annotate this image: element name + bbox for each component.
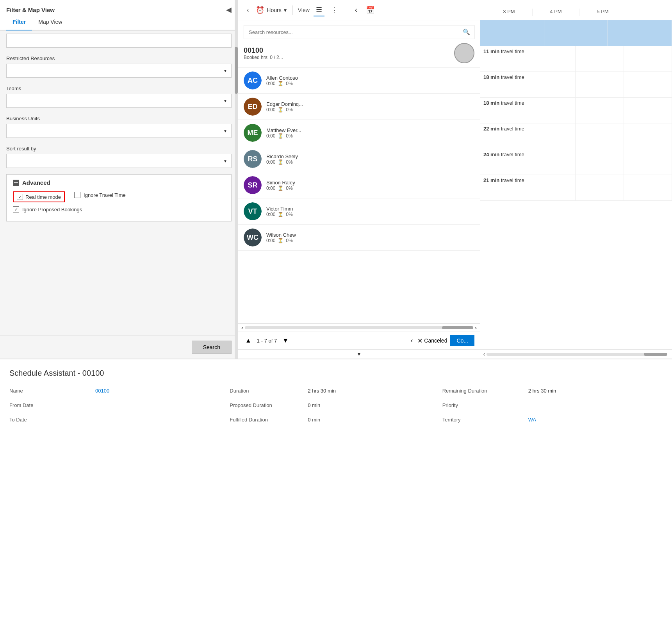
resource-time: 0:00 xyxy=(266,238,275,243)
calendar-cell[interactable] xyxy=(480,20,544,46)
resource-photo: ME xyxy=(244,124,262,142)
restricted-resources-section: Restricted Resources ▼ xyxy=(6,55,232,78)
filter-panel: Filter & Map View ◀ Filter Map View Rest… xyxy=(0,0,238,359)
top-filter-input[interactable] xyxy=(6,34,232,48)
calendar-cell[interactable] xyxy=(624,72,672,97)
from-date-label: From Date xyxy=(9,400,95,411)
hours-dropdown-arrow[interactable]: ▾ xyxy=(284,7,287,13)
book-button[interactable]: Co... xyxy=(450,335,474,346)
resource-sub: 0:00 ⏳ 0% xyxy=(266,133,301,139)
tab-map-view[interactable]: Map View xyxy=(32,14,68,30)
prev-nav-button[interactable]: ‹ xyxy=(244,5,252,15)
scrollbar-track[interactable] xyxy=(235,0,238,359)
duration-label: Duration xyxy=(230,386,308,396)
business-units-dropdown[interactable]: ▼ xyxy=(6,124,232,138)
resource-info: Allen Contoso 0:00 ⏳ 0% xyxy=(266,75,298,86)
real-time-mode-checkbox-group[interactable]: Real time mode xyxy=(13,191,65,202)
calendar-cell[interactable] xyxy=(624,149,672,175)
calendar-cell[interactable] xyxy=(544,20,608,46)
avatar: RS xyxy=(244,150,262,168)
calendar-cell[interactable] xyxy=(576,175,624,200)
from-date-value xyxy=(95,400,230,411)
panel-title: Filter & Map View xyxy=(6,7,55,13)
scroll-right-button[interactable]: › xyxy=(475,325,477,331)
name-label: Name xyxy=(9,386,95,396)
list-item[interactable]: SR Simon Raley 0:00 ⏳ 0% xyxy=(238,172,480,198)
cal-scroll-track[interactable] xyxy=(487,353,667,356)
calendar-cell[interactable] xyxy=(624,123,672,149)
territory-value[interactable]: WA xyxy=(528,414,663,425)
column-view-button[interactable]: ⋮ xyxy=(328,4,340,16)
remaining-duration-value: 2 hrs 30 min xyxy=(528,386,663,396)
calendar-row xyxy=(480,20,672,46)
expand-arrow[interactable]: ▼ xyxy=(238,349,480,359)
calendar-cell[interactable] xyxy=(576,46,624,71)
fulfilled-duration-label: Fulfilled Duration xyxy=(230,414,308,425)
resource-percent: 0% xyxy=(286,238,292,243)
list-view-button[interactable]: ☰ xyxy=(314,4,324,16)
resource-name: Victor Timm xyxy=(266,206,293,212)
list-item[interactable]: ME Matthew Ever... 0:00 ⏳ 0% xyxy=(238,120,480,146)
calendar-cell[interactable] xyxy=(624,46,672,71)
real-time-mode-checkbox[interactable] xyxy=(17,194,23,200)
avatar: VT xyxy=(244,202,262,220)
ignore-travel-checkbox[interactable] xyxy=(74,192,80,198)
teams-dropdown[interactable]: ▼ xyxy=(6,94,232,108)
collapse-panel-button[interactable]: ◀ xyxy=(226,5,232,14)
calendar-cell[interactable] xyxy=(528,98,576,123)
calendar-cell[interactable] xyxy=(528,149,576,175)
list-item[interactable]: VT Victor Timm 0:00 ⏳ 0% xyxy=(238,198,480,225)
restricted-resources-dropdown[interactable]: ▼ xyxy=(6,64,232,78)
grid-view-button[interactable]: ⁢ xyxy=(344,4,349,16)
collapse-button[interactable]: ‹ xyxy=(353,4,360,16)
name-value[interactable]: 00100 xyxy=(95,386,230,396)
sort-dropdown[interactable]: ▼ xyxy=(6,154,232,168)
footer-nav-left[interactable]: ‹ xyxy=(409,336,414,346)
filter-content: Restricted Resources ▼ Teams ▼ Business … xyxy=(0,30,238,336)
cal-scroll-left[interactable]: ‹ xyxy=(483,351,485,357)
proposed-duration-value: 0 min xyxy=(308,400,442,411)
calendar-cell[interactable] xyxy=(528,46,576,71)
scrollbar-thumb[interactable] xyxy=(235,47,238,94)
list-item[interactable]: WC Wilson Chew 0:00 ⏳ 0% xyxy=(238,225,480,251)
collapse-icon[interactable] xyxy=(13,180,19,186)
calendar-panel: 3 PM4 PM5 PM 11 min travel time18 min tr… xyxy=(480,0,672,359)
page-down-button[interactable]: ▼ xyxy=(281,336,290,346)
advanced-label: Advanced xyxy=(22,179,50,186)
clock-icon: ⏳ xyxy=(278,238,283,243)
clock-icon: ⏰ xyxy=(256,6,264,14)
travel-time-value: 24 min xyxy=(483,152,499,157)
search-submit-button[interactable]: 🔍 xyxy=(459,25,474,39)
calendar-cell[interactable] xyxy=(576,123,624,149)
resources-panel: ‹ ⏰ Hours ▾ View ☰ ⋮ ⁢ ‹ 📅 🔍 00100 Booke… xyxy=(238,0,480,359)
ignore-proposed-checkbox[interactable] xyxy=(13,206,19,212)
calendar-view-button[interactable]: 📅 xyxy=(364,4,377,16)
hours-label: Hours xyxy=(267,7,281,13)
calendar-cell[interactable] xyxy=(528,175,576,200)
calendar-cell[interactable] xyxy=(528,123,576,149)
filter-tabs: Filter Map View xyxy=(0,14,238,30)
calendar-cell[interactable] xyxy=(608,20,672,46)
calendar-cell[interactable] xyxy=(624,175,672,200)
cal-scroll-thumb[interactable] xyxy=(644,353,667,356)
scroll-left-button[interactable]: ‹ xyxy=(241,325,243,331)
page-up-button[interactable]: ▲ xyxy=(244,336,253,346)
calendar-cell[interactable] xyxy=(528,72,576,97)
tab-filter[interactable]: Filter xyxy=(6,14,32,30)
travel-time-value: 22 min xyxy=(483,126,499,132)
resource-percent: 0% xyxy=(286,212,292,217)
business-units-section: Business Units ▼ xyxy=(6,116,232,138)
cancel-button[interactable]: ✕ Canceled xyxy=(417,337,447,345)
list-item[interactable]: ED Edgar Dominq... 0:00 ⏳ 0% xyxy=(238,94,480,120)
travel-label: travel time xyxy=(501,100,524,106)
calendar-cell[interactable] xyxy=(576,149,624,175)
list-item[interactable]: RS Ricardo Seely 0:00 ⏳ 0% xyxy=(238,146,480,172)
calendar-cell[interactable] xyxy=(576,98,624,123)
calendar-cell[interactable] xyxy=(576,72,624,97)
scroll-thumb[interactable] xyxy=(442,326,473,329)
search-button[interactable]: Search xyxy=(192,341,232,354)
search-input[interactable] xyxy=(244,26,459,38)
calendar-cell[interactable] xyxy=(624,98,672,123)
scroll-track[interactable] xyxy=(245,326,474,329)
list-item[interactable]: AC Allen Contoso 0:00 ⏳ 0% xyxy=(238,68,480,94)
